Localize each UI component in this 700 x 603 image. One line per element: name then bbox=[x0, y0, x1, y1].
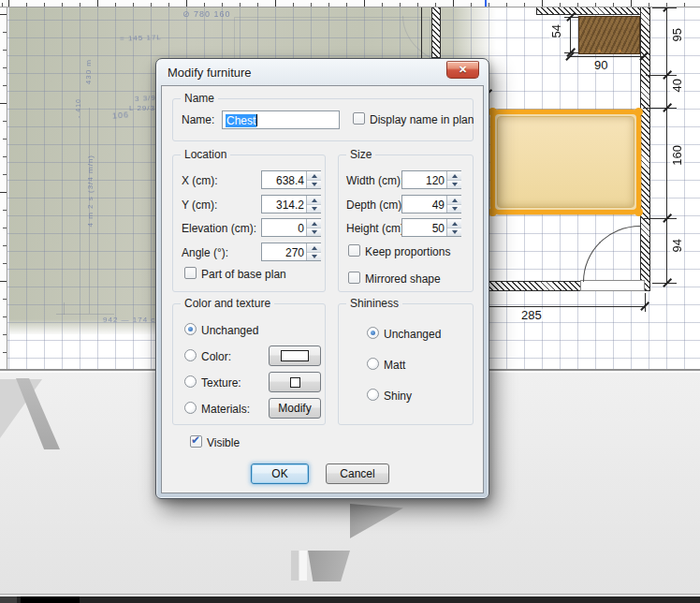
spin-down-button[interactable] bbox=[307, 252, 321, 260]
shininess-matt-radio[interactable] bbox=[367, 358, 379, 370]
texture-picker-button[interactable] bbox=[269, 372, 321, 392]
dialog-titlebar[interactable]: Modify furniture ✕ bbox=[156, 59, 489, 85]
selection-handle[interactable] bbox=[634, 108, 643, 116]
y-value[interactable]: 314.2 bbox=[276, 199, 304, 212]
texture-radio[interactable] bbox=[184, 375, 197, 388]
color-picker-button[interactable] bbox=[269, 346, 321, 366]
angle-spinner[interactable]: 270 bbox=[261, 243, 321, 261]
x-value[interactable]: 638.4 bbox=[276, 174, 304, 187]
dimension-ext bbox=[646, 75, 677, 76]
shininess-unchanged-radio[interactable] bbox=[367, 327, 379, 339]
materials-radio[interactable] bbox=[184, 402, 197, 414]
name-input-selected-text: Chest bbox=[226, 114, 256, 127]
wall-right bbox=[640, 7, 650, 291]
3d-wall-shape bbox=[308, 551, 350, 581]
mirrored-shape-label: Mirrored shape bbox=[365, 272, 441, 286]
furniture-dresser[interactable] bbox=[578, 16, 640, 54]
shininess-group: Shininess Unchanged Matt Shiny bbox=[338, 303, 474, 425]
x-spinner[interactable]: 638.4 bbox=[261, 170, 321, 189]
shininess-shiny-label: Shiny bbox=[384, 390, 412, 403]
modify-materials-button-label: Modify bbox=[278, 402, 311, 415]
3d-wall-shape bbox=[299, 551, 307, 581]
spin-up-button[interactable] bbox=[307, 171, 321, 180]
height-spinner[interactable]: 50 bbox=[401, 218, 461, 237]
close-icon: ✕ bbox=[459, 64, 467, 75]
spin-up-button[interactable] bbox=[447, 171, 461, 180]
dimension-label-40: 40 bbox=[670, 79, 684, 92]
ruler-position-indicator bbox=[485, 0, 487, 7]
modify-furniture-dialog: Modify furniture ✕ Name Name: Chest Disp… bbox=[155, 58, 489, 499]
width-value[interactable]: 120 bbox=[426, 174, 445, 187]
wall-bottom bbox=[487, 281, 581, 291]
dimension-label-285: 285 bbox=[520, 309, 543, 321]
wall-top bbox=[536, 7, 650, 15]
color-radio[interactable] bbox=[184, 349, 197, 361]
color-unchanged-label: Unchanged bbox=[201, 324, 258, 337]
cancel-button[interactable]: Cancel bbox=[326, 463, 389, 484]
y-spinner[interactable]: 314.2 bbox=[261, 195, 321, 213]
dimension-label-90: 90 bbox=[593, 59, 608, 71]
depth-spinner[interactable]: 49 bbox=[401, 195, 461, 213]
spin-up-button[interactable] bbox=[447, 196, 461, 204]
spin-up-button[interactable] bbox=[307, 196, 321, 204]
dimension-line-54 bbox=[570, 17, 571, 53]
dialog-body: Name Name: Chest Display name in plan Lo… bbox=[161, 85, 484, 493]
width-spinner[interactable]: 120 bbox=[401, 170, 461, 189]
spin-down-button[interactable] bbox=[307, 228, 321, 236]
display-name-in-plan-checkbox[interactable] bbox=[353, 112, 365, 125]
keep-proportions-checkbox[interactable] bbox=[348, 244, 360, 257]
selection-handle[interactable] bbox=[489, 108, 497, 116]
ok-button[interactable]: OK bbox=[251, 463, 309, 484]
texture-label: Texture: bbox=[201, 376, 241, 390]
chest-surface bbox=[497, 116, 634, 208]
dialog-title: Modify furniture bbox=[168, 66, 252, 80]
depth-label: Depth (cm): bbox=[346, 199, 405, 212]
3d-ground-line bbox=[0, 594, 700, 595]
y-label: Y (cm): bbox=[182, 199, 217, 212]
height-value[interactable]: 50 bbox=[432, 222, 445, 235]
size-group: Size Width (cm): 120 Depth (cm): 49 Heig… bbox=[338, 154, 474, 292]
shininess-shiny-radio[interactable] bbox=[367, 389, 379, 401]
shininess-unchanged-label: Unchanged bbox=[384, 328, 441, 341]
spin-down-button[interactable] bbox=[307, 204, 321, 213]
color-texture-group-title: Color and texture bbox=[181, 297, 274, 310]
keep-proportions-label: Keep proportions bbox=[365, 245, 450, 258]
ruler-horizontal bbox=[0, 0, 700, 7]
dimension-ext bbox=[643, 108, 677, 109]
spin-up-button[interactable] bbox=[307, 219, 321, 228]
close-button[interactable]: ✕ bbox=[446, 61, 479, 79]
text-caret bbox=[256, 114, 257, 126]
name-label: Name: bbox=[182, 113, 214, 126]
selection-handle[interactable] bbox=[634, 208, 643, 216]
name-group-title: Name bbox=[181, 92, 218, 105]
spin-up-button[interactable] bbox=[307, 243, 321, 252]
dimension-label-95: 95 bbox=[670, 28, 684, 41]
dimension-label-94: 94 bbox=[670, 239, 684, 252]
3d-wall-shape bbox=[291, 551, 299, 581]
elevation-value[interactable]: 0 bbox=[298, 222, 304, 235]
color-unchanged-radio[interactable] bbox=[184, 323, 197, 335]
color-texture-group: Color and texture Unchanged Color: Textu… bbox=[172, 303, 326, 425]
spin-down-button[interactable] bbox=[307, 180, 321, 188]
spin-up-button[interactable] bbox=[447, 219, 461, 228]
furniture-chest-selected[interactable] bbox=[490, 110, 641, 214]
elevation-spinner[interactable]: 0 bbox=[261, 218, 321, 237]
angle-value[interactable]: 270 bbox=[285, 246, 304, 259]
spin-down-button[interactable] bbox=[447, 228, 461, 236]
dresser-knob bbox=[619, 50, 621, 52]
modify-materials-button[interactable]: Modify bbox=[269, 398, 321, 419]
shininess-group-title: Shininess bbox=[346, 297, 402, 310]
dimension-label-160: 160 bbox=[670, 145, 684, 166]
visible-checkbox[interactable]: ✔ bbox=[190, 435, 202, 448]
name-input[interactable]: Chest bbox=[222, 110, 340, 129]
check-icon: ✔ bbox=[191, 434, 200, 447]
size-group-title: Size bbox=[346, 148, 375, 161]
selection-handle[interactable] bbox=[489, 208, 497, 216]
3d-wall-shape bbox=[350, 504, 403, 538]
mirrored-shape-checkbox[interactable] bbox=[348, 272, 360, 284]
spin-down-button[interactable] bbox=[447, 204, 461, 213]
depth-value[interactable]: 49 bbox=[432, 199, 445, 212]
part-of-base-plan-checkbox[interactable] bbox=[184, 267, 197, 279]
spin-down-button[interactable] bbox=[447, 180, 461, 188]
width-label: Width (cm): bbox=[346, 174, 403, 187]
